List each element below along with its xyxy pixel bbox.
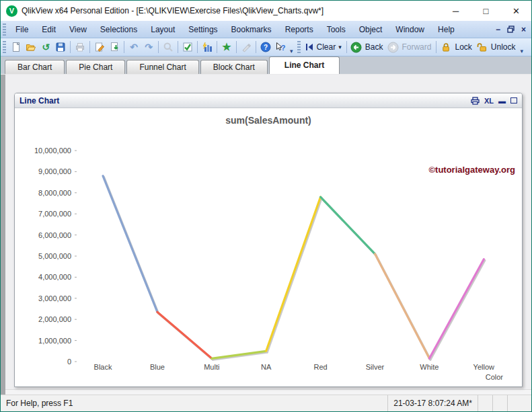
y-tick-label: 1,000,000	[38, 337, 71, 345]
back-button-label[interactable]: Back	[365, 42, 383, 52]
toolbar-separator	[436, 41, 436, 53]
close-button[interactable]: ✕	[501, 1, 531, 21]
menu-item-file[interactable]: File	[9, 22, 35, 37]
toolbar-separator	[236, 41, 237, 53]
toolbar-separator	[158, 41, 159, 53]
line-segment[interactable]	[212, 351, 266, 358]
new-file-button[interactable]	[9, 40, 24, 54]
menu-item-layout[interactable]: Layout	[144, 22, 182, 37]
line-segment[interactable]	[266, 197, 321, 351]
x-tick-label: Yellow	[473, 363, 494, 371]
menu-item-window[interactable]: Window	[389, 22, 431, 37]
toolbar-separator	[178, 41, 178, 53]
caption-minimize-button[interactable]: ▬	[498, 97, 506, 105]
menu-item-view[interactable]: View	[63, 22, 93, 37]
line-chart-plot[interactable]: 01,000,0002,000,0003,000,0004,000,0005,0…	[15, 108, 521, 385]
lock-button[interactable]	[439, 40, 453, 54]
reload-data-button[interactable]	[107, 40, 122, 54]
context-help-button[interactable]: ?	[273, 40, 288, 54]
tab-funnel-chart[interactable]: Funnel Chart	[126, 60, 198, 74]
edit-script-button[interactable]	[92, 40, 107, 54]
y-tick-label: 6,000,000	[38, 231, 71, 239]
tab-line-chart[interactable]: Line Chart	[269, 56, 340, 74]
undo-icon: ↶	[130, 42, 138, 52]
line-segment[interactable]	[375, 254, 430, 358]
line-segment[interactable]	[429, 259, 484, 359]
back-button[interactable]	[349, 40, 364, 54]
y-tick-label: 8,000,000	[38, 189, 71, 197]
resize-grip[interactable]	[522, 395, 531, 411]
svg-text:?: ?	[264, 44, 268, 51]
unlock-button[interactable]	[475, 40, 490, 54]
menu-item-bookmarks[interactable]: Bookmarks	[225, 22, 278, 37]
notes-button[interactable]	[239, 40, 254, 54]
save-button[interactable]	[53, 40, 68, 54]
forward-icon	[387, 42, 399, 53]
redo-button[interactable]: ↷	[141, 40, 156, 54]
chart-caption-bar[interactable]: Line Chart XL ▬	[15, 93, 522, 108]
clear-dropdown-caret[interactable]: ▾	[338, 44, 342, 50]
current-selections-button[interactable]	[180, 40, 195, 54]
nav-toolbar-grip[interactable]	[297, 41, 301, 53]
chart-body: sum(SalesAmount) ©tutorialgateway.org 01…	[15, 108, 522, 386]
caption-print-icon[interactable]	[471, 97, 480, 105]
reload-button[interactable]: ↺	[38, 40, 53, 54]
x-tick-label: Blue	[150, 363, 165, 371]
mdi-close-button[interactable]: ×	[521, 25, 526, 34]
x-axis-title: Color	[486, 373, 504, 381]
qlikview-logo-icon: V	[6, 5, 17, 17]
menu-item-settings[interactable]: Settings	[182, 22, 224, 37]
x-tick-label: Silver	[366, 363, 385, 371]
tab-block-chart[interactable]: Block Chart	[200, 60, 268, 74]
add-bookmark-button[interactable]: ★	[219, 40, 234, 54]
tab-pie-chart[interactable]: Pie Chart	[66, 60, 125, 74]
x-tick-label: Red	[314, 363, 328, 371]
minimize-button[interactable]: ─	[441, 1, 471, 21]
y-tick-label: 4,000,000	[38, 273, 71, 281]
lock-button-label[interactable]: Lock	[455, 42, 471, 52]
y-tick-label: 3,000,000	[38, 294, 71, 302]
x-tick-label: Multi	[204, 363, 219, 371]
sheet-area: Line Chart XL ▬ sum(SalesAmount) ©tutori…	[1, 75, 531, 395]
clear-button-label[interactable]: Clear	[317, 42, 336, 52]
mdi-minimize-button[interactable]: −	[496, 25, 500, 34]
search-button[interactable]	[161, 40, 176, 54]
title-bar: V QlikView x64 Personal Edition - [E:\QL…	[1, 1, 531, 21]
menu-item-edit[interactable]: Edit	[35, 22, 63, 37]
help-button[interactable]: ?	[258, 40, 273, 54]
tab-bar-chart[interactable]: Bar Chart	[5, 60, 65, 74]
sheet-bottom-strip	[5, 389, 532, 395]
clear-button[interactable]	[303, 40, 315, 54]
menu-item-object[interactable]: Object	[352, 22, 389, 37]
print-button[interactable]	[73, 40, 87, 54]
new-file-icon	[11, 42, 22, 52]
line-segment-shadow	[213, 352, 267, 360]
undo-button[interactable]: ↶	[126, 40, 141, 54]
x-tick-label: NA	[261, 363, 272, 371]
menu-item-help[interactable]: Help	[431, 22, 461, 37]
caption-maximize-button[interactable]	[510, 97, 517, 104]
caption-excel-export-button[interactable]: XL	[484, 97, 494, 105]
forward-button[interactable]	[385, 40, 400, 54]
line-segment[interactable]	[103, 176, 157, 313]
forward-button-label[interactable]: Forward	[402, 42, 431, 52]
maximize-button[interactable]: □	[471, 1, 501, 21]
y-tick-label: 9,000,000	[38, 167, 71, 175]
nav-toolbar-overflow-button[interactable]: ▾	[521, 48, 524, 56]
menubar-grip[interactable]	[3, 24, 6, 36]
chart-caption-title: Line Chart	[20, 96, 59, 106]
line-segment[interactable]	[321, 197, 375, 254]
line-segment[interactable]	[157, 312, 212, 358]
open-file-button[interactable]	[24, 40, 38, 54]
menu-bar: FileEditViewSelectionsLayoutSettingsBook…	[1, 21, 531, 38]
y-tick-label: 0	[67, 358, 71, 366]
quick-chart-button[interactable]	[200, 40, 215, 54]
menu-item-tools[interactable]: Tools	[320, 22, 352, 37]
menu-item-selections[interactable]: Selections	[93, 22, 144, 37]
status-cell	[478, 395, 492, 411]
menu-item-reports[interactable]: Reports	[278, 22, 320, 37]
toolbar-overflow-button[interactable]: ▾	[290, 48, 293, 56]
mdi-restore-icon[interactable]	[507, 26, 515, 33]
unlock-button-label[interactable]: Unlock	[491, 42, 516, 52]
toolbar-grip[interactable]	[3, 41, 6, 53]
